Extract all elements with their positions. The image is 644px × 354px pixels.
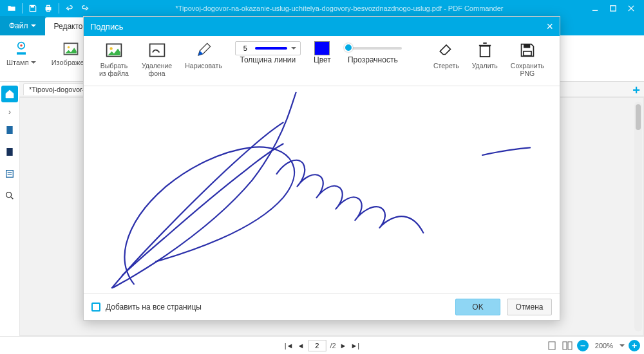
line-preview-icon <box>255 47 287 50</box>
minimize-icon[interactable] <box>586 1 604 15</box>
add-all-pages-checkbox[interactable]: Добавить на все страницы <box>91 303 202 312</box>
choose-from-file-label: Выбрать из файла <box>99 62 129 77</box>
remove-bg-icon <box>147 41 167 59</box>
undo-icon[interactable] <box>62 1 77 15</box>
svg-rect-13 <box>6 126 12 134</box>
signature-tools: Выбрать из файла Удаление фона Нарисоват… <box>84 36 560 86</box>
svg-point-9 <box>20 44 23 47</box>
maximize-icon[interactable] <box>604 1 622 15</box>
draw-label: Нарисовать <box>185 62 222 70</box>
svg-point-12 <box>67 46 70 49</box>
chevron-right-icon[interactable]: › <box>8 107 11 116</box>
color-picker[interactable]: Цвет <box>307 41 337 64</box>
add-all-pages-label: Добавить на все страницы <box>106 303 202 312</box>
chevron-down-icon <box>31 24 36 27</box>
vertical-scrollbar[interactable] <box>634 102 642 331</box>
svg-rect-2 <box>47 5 50 7</box>
ok-button[interactable]: OK <box>455 299 500 315</box>
remove-background-label: Удаление фона <box>142 62 172 77</box>
color-swatch[interactable] <box>314 41 330 55</box>
editor-tab-label: Редактор <box>54 22 88 31</box>
svg-rect-0 <box>31 5 34 7</box>
svg-rect-5 <box>611 5 616 10</box>
transparency-label: Прозрачность <box>348 55 398 64</box>
chevron-down-icon[interactable] <box>291 47 296 50</box>
add-tab-icon[interactable]: + <box>632 83 640 98</box>
image-icon <box>61 39 80 59</box>
delete-button[interactable]: Удалить <box>466 41 504 77</box>
svg-rect-22 <box>568 342 572 349</box>
cancel-button[interactable]: Отмена <box>507 299 552 315</box>
choose-from-file-button[interactable]: Выбрать из файла <box>93 41 135 77</box>
close-window-icon[interactable] <box>622 1 640 15</box>
line-width-control[interactable]: Толщина линии <box>229 41 307 64</box>
svg-point-24 <box>109 47 112 50</box>
zoom-dropdown-icon[interactable] <box>620 344 625 347</box>
first-page-icon[interactable]: |◄ <box>285 342 294 349</box>
bookmark-icon[interactable] <box>1 144 18 160</box>
remove-background-button[interactable]: Удаление фона <box>135 41 178 77</box>
save-icon[interactable] <box>25 1 41 15</box>
svg-line-19 <box>11 197 13 199</box>
svg-rect-26 <box>480 46 489 57</box>
file-tab-label: Файл <box>9 21 28 30</box>
home-icon[interactable] <box>1 86 18 102</box>
save-png-button[interactable]: Сохранить PNG <box>504 41 551 77</box>
transparency-control[interactable]: Прозрачность <box>337 41 408 64</box>
erase-button[interactable]: Стереть <box>427 41 466 77</box>
transparency-slider[interactable] <box>344 41 402 55</box>
pager: |◄ ◄ /2 ► ►| <box>285 340 359 351</box>
chevron-down-icon <box>31 61 36 64</box>
svg-rect-30 <box>524 51 531 56</box>
redo-icon[interactable] <box>77 1 93 15</box>
signature-stroke <box>84 86 560 293</box>
notes-icon[interactable] <box>1 165 18 182</box>
zoom-in-button[interactable]: + <box>629 340 640 351</box>
trash-icon <box>475 41 495 59</box>
eraser-icon <box>437 41 456 59</box>
zoom-value: 200% <box>592 342 616 349</box>
svg-point-18 <box>6 192 12 198</box>
window-title: *Tipovoj-dogovor-na-okazanie-uslug-uchit… <box>93 5 586 12</box>
stamp-icon <box>12 39 31 59</box>
pen-icon <box>194 41 213 59</box>
slider-knob[interactable] <box>344 43 353 52</box>
open-file-icon[interactable] <box>4 1 19 15</box>
title-bar: *Tipovoj-dogovor-na-okazanie-uslug-uchit… <box>0 0 644 16</box>
close-icon[interactable]: × <box>546 21 553 32</box>
save-png-label: Сохранить PNG <box>511 62 544 77</box>
last-page-icon[interactable]: ►| <box>350 342 359 349</box>
prev-page-icon[interactable]: ◄ <box>298 342 305 349</box>
image-file-icon <box>104 41 124 59</box>
view-double-icon[interactable] <box>562 340 573 351</box>
stamp-label: Штамп <box>6 59 29 66</box>
view-single-icon[interactable] <box>546 340 558 351</box>
line-width-input[interactable] <box>240 44 251 52</box>
svg-rect-21 <box>563 342 567 349</box>
draw-button[interactable]: Нарисовать <box>178 41 229 70</box>
dialog-title: Подпись <box>90 22 123 32</box>
save-png-icon <box>518 41 537 59</box>
page-total: /2 <box>330 342 336 349</box>
delete-label: Удалить <box>472 62 498 70</box>
line-width-label: Толщина линии <box>240 55 296 64</box>
zoom-out-button[interactable]: − <box>577 340 589 351</box>
svg-rect-10 <box>17 52 26 55</box>
svg-rect-29 <box>524 44 530 48</box>
stamp-button[interactable]: Штамп <box>6 39 36 66</box>
zoom-controls: − 200% + <box>546 340 640 351</box>
dialog-footer: Добавить на все страницы OK Отмена <box>84 293 560 320</box>
print-icon[interactable] <box>41 1 56 15</box>
scrollbar-thumb[interactable] <box>636 104 641 130</box>
page-icon[interactable] <box>1 122 18 138</box>
status-bar: |◄ ◄ /2 ► ►| − 200% + <box>0 336 644 354</box>
svg-rect-14 <box>6 148 12 156</box>
erase-label: Стереть <box>433 62 459 70</box>
search-icon[interactable] <box>1 187 18 204</box>
signature-canvas[interactable] <box>84 86 560 293</box>
signature-dialog: Подпись × Выбрать из файла Удаление фона… <box>83 16 560 321</box>
file-tab[interactable]: Файл <box>0 16 45 35</box>
dialog-title-bar: Подпись × <box>84 17 560 36</box>
page-input[interactable] <box>308 340 326 351</box>
next-page-icon[interactable]: ► <box>340 342 347 349</box>
